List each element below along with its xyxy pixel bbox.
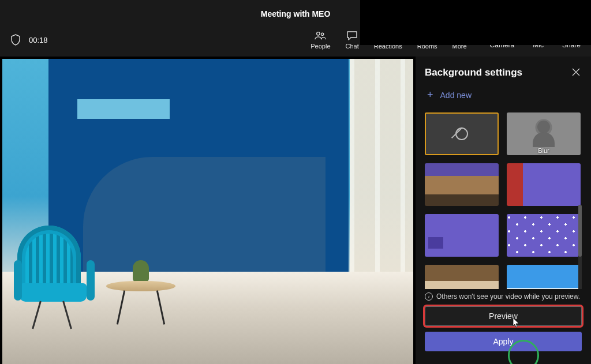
scrollbar-thumb[interactable] <box>578 205 582 257</box>
chat-button[interactable]: Chat <box>346 30 359 50</box>
people-icon <box>315 30 326 42</box>
overlay-patch <box>360 0 591 45</box>
background-option-4[interactable] <box>507 214 581 257</box>
apply-button-label: Apply <box>493 337 513 346</box>
background-option-2[interactable] <box>507 163 581 206</box>
scrollbar-track[interactable] <box>578 205 582 289</box>
shield-icon <box>10 34 21 46</box>
apply-button[interactable]: Apply <box>425 332 582 351</box>
panel-title: Background settings <box>425 67 522 78</box>
panel-footer: i Others won't see your video while you … <box>425 289 582 357</box>
background-option-blur[interactable]: Blur <box>507 112 581 155</box>
background-option-5[interactable] <box>425 265 499 289</box>
close-icon <box>571 67 581 77</box>
preview-button-label: Preview <box>489 312 518 321</box>
add-new-button[interactable]: + Add new <box>425 89 582 101</box>
close-button[interactable] <box>571 67 582 78</box>
background-option-1[interactable] <box>425 163 499 206</box>
background-option-3[interactable] <box>425 214 499 257</box>
svg-point-0 <box>317 32 320 35</box>
background-option-6[interactable] <box>507 265 581 289</box>
preview-info-text: Others won't see your video while you pr… <box>436 292 580 301</box>
call-timer: 00:18 <box>29 36 48 44</box>
info-icon: i <box>425 292 433 301</box>
timer-group: 00:18 <box>10 34 48 46</box>
background-option-none[interactable] <box>425 112 499 155</box>
chat-label: Chat <box>346 43 359 50</box>
background-settings-panel: Background settings + Add new Blur <box>416 57 591 364</box>
plus-icon: + <box>427 89 433 101</box>
meeting-title: Meeting with MEO <box>261 5 331 23</box>
preview-button[interactable]: Preview <box>425 306 582 326</box>
background-grid[interactable]: Blur <box>425 112 582 289</box>
main-area: Background settings + Add new Blur <box>0 57 591 364</box>
people-button[interactable]: People <box>311 30 330 50</box>
none-icon <box>455 127 468 140</box>
people-label: People <box>311 43 330 50</box>
chat-icon <box>346 30 358 42</box>
preview-info-row: i Others won't see your video while you … <box>425 292 582 301</box>
svg-point-1 <box>321 33 324 35</box>
add-new-label: Add new <box>440 91 472 100</box>
video-preview <box>2 59 413 364</box>
panel-header: Background settings <box>425 67 582 78</box>
blur-label: Blur <box>507 147 581 154</box>
background-scene <box>2 59 413 364</box>
